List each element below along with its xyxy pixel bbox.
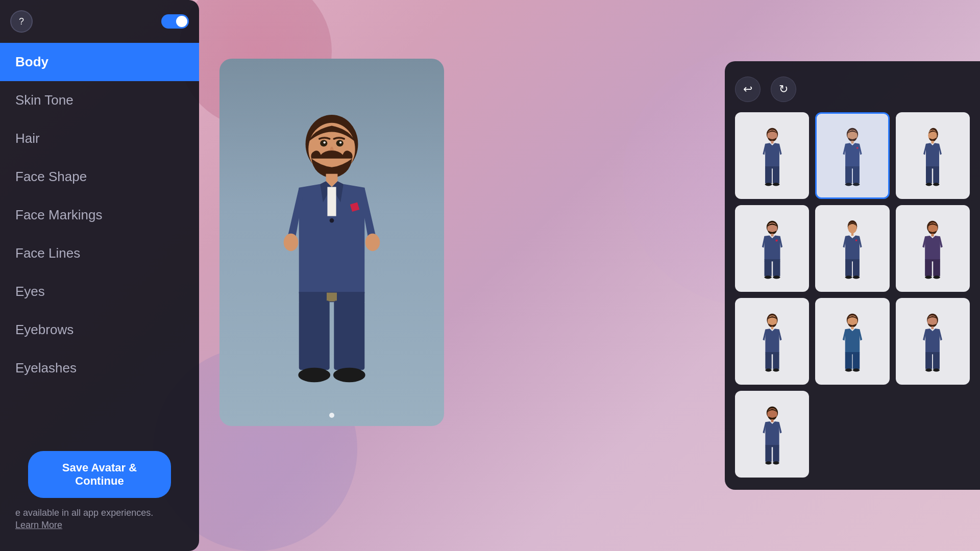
- avatar-mini-3: [915, 122, 950, 189]
- sidebar-item-eyelashes[interactable]: Eyelashes: [0, 349, 199, 387]
- svg-rect-61: [925, 261, 932, 276]
- redo-button[interactable]: ↻: [771, 77, 796, 102]
- right-panel-header: ↩ ↻: [735, 71, 970, 112]
- svg-rect-84: [925, 352, 940, 354]
- right-panel: ↩ ↻: [725, 61, 980, 490]
- sidebar-item-eyebrows[interactable]: Eyebrows: [0, 311, 199, 349]
- avatar-card-7[interactable]: [735, 298, 809, 385]
- svg-rect-92: [765, 445, 779, 447]
- svg-rect-51: [851, 233, 853, 236]
- svg-rect-78: [853, 354, 860, 369]
- svg-point-63: [925, 276, 932, 279]
- svg-rect-13: [299, 300, 330, 370]
- avatar-card-inner-10: [742, 397, 802, 471]
- svg-point-55: [845, 276, 852, 279]
- avatar-card-1[interactable]: [735, 112, 809, 199]
- svg-rect-86: [933, 354, 940, 369]
- svg-point-10: [365, 234, 380, 251]
- svg-rect-91: [771, 419, 773, 422]
- toggle-switch[interactable]: [161, 14, 189, 29]
- avatar-card-inner-1: [742, 119, 802, 192]
- svg-rect-54: [853, 261, 860, 276]
- svg-rect-77: [845, 354, 852, 369]
- help-button[interactable]: ?: [10, 10, 33, 33]
- left-panel: ? Body Skin Tone Hair Face Shape Face Ma…: [0, 0, 199, 551]
- svg-rect-38: [934, 168, 940, 183]
- sidebar-item-body[interactable]: Body: [0, 43, 199, 81]
- avatar-mini-9: [915, 308, 950, 374]
- svg-point-15: [298, 368, 330, 383]
- svg-rect-75: [851, 327, 854, 329]
- svg-rect-94: [773, 447, 779, 462]
- svg-point-95: [765, 461, 771, 464]
- svg-point-87: [925, 368, 932, 371]
- svg-point-24: [772, 183, 779, 186]
- svg-rect-44: [764, 259, 780, 261]
- main-avatar: [250, 89, 413, 395]
- undo-icon: ↩: [743, 83, 752, 96]
- availability-text: e available in all app experiences.: [15, 506, 184, 520]
- avatar-card-8[interactable]: [815, 298, 889, 385]
- svg-point-50: [848, 222, 856, 233]
- sidebar-item-hair[interactable]: Hair: [0, 119, 199, 158]
- avatar-card-inner-3: [902, 119, 963, 192]
- svg-point-4: [324, 141, 326, 143]
- bottom-section: Save Avatar & Continue e available in al…: [0, 441, 199, 551]
- avatar-card-10[interactable]: [735, 391, 809, 478]
- avatar-mini-6: [915, 215, 950, 282]
- card-highlight: [817, 114, 888, 197]
- sidebar-item-face-markings[interactable]: Face Markings: [0, 196, 199, 234]
- sidebar-item-eyes[interactable]: Eyes: [0, 272, 199, 311]
- avatar-mini-7: [754, 308, 790, 374]
- avatar-card-inner-8: [822, 305, 883, 378]
- svg-rect-93: [765, 447, 771, 462]
- svg-point-16: [333, 368, 365, 383]
- avatar-card-9[interactable]: [896, 298, 970, 385]
- avatar-card-5[interactable]: [815, 205, 889, 292]
- svg-point-71: [765, 368, 771, 371]
- learn-more-link[interactable]: Learn More: [15, 520, 62, 530]
- avatar-card-inner-5: [822, 212, 883, 285]
- svg-rect-70: [773, 354, 779, 369]
- svg-rect-43: [771, 234, 773, 237]
- svg-rect-22: [773, 168, 779, 183]
- svg-point-88: [933, 368, 940, 371]
- svg-point-56: [853, 276, 860, 279]
- avatar-card-3[interactable]: [896, 112, 970, 199]
- svg-rect-35: [932, 141, 934, 144]
- avatar-card-6[interactable]: [896, 205, 970, 292]
- avatar-card-2[interactable]: [815, 112, 889, 199]
- svg-point-47: [764, 276, 771, 279]
- avatar-card-4[interactable]: [735, 205, 809, 292]
- svg-point-23: [765, 183, 772, 186]
- avatar-card-inner-7: [742, 305, 802, 378]
- svg-rect-68: [765, 352, 779, 354]
- save-avatar-button[interactable]: Save Avatar & Continue: [28, 451, 171, 498]
- undo-button[interactable]: ↩: [735, 77, 761, 102]
- svg-rect-36: [926, 166, 939, 168]
- svg-rect-45: [764, 261, 771, 276]
- svg-rect-83: [932, 327, 934, 329]
- svg-point-5: [339, 141, 341, 143]
- svg-rect-7: [327, 187, 336, 216]
- avatar-mini-1: [754, 122, 790, 189]
- sidebar-item-skin-tone[interactable]: Skin Tone: [0, 81, 199, 119]
- svg-rect-85: [925, 354, 932, 369]
- svg-rect-19: [771, 141, 773, 144]
- svg-rect-12: [327, 293, 337, 302]
- svg-rect-53: [845, 261, 852, 276]
- svg-rect-76: [845, 352, 860, 354]
- svg-point-8: [330, 218, 334, 223]
- svg-rect-59: [932, 234, 934, 237]
- pagination-dot: [329, 413, 334, 418]
- svg-point-72: [773, 368, 779, 371]
- svg-point-79: [845, 368, 852, 371]
- sidebar-item-face-shape[interactable]: Face Shape: [0, 158, 199, 196]
- svg-rect-14: [334, 300, 364, 370]
- svg-point-40: [933, 183, 939, 186]
- svg-rect-37: [926, 168, 932, 183]
- question-icon: ?: [19, 16, 24, 27]
- sidebar-item-face-lines[interactable]: Face Lines: [0, 234, 199, 272]
- svg-point-9: [284, 234, 299, 251]
- avatar-grid: [735, 112, 970, 478]
